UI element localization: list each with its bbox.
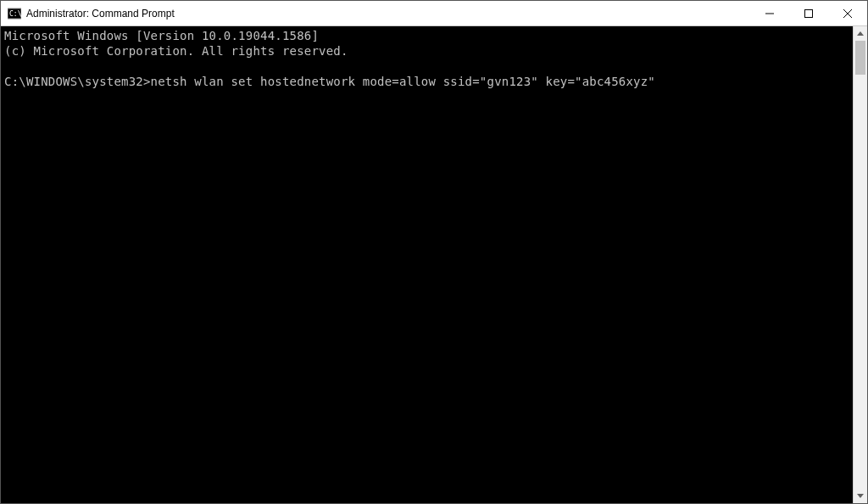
copyright-line: (c) Microsoft Corporation. All rights re…: [4, 44, 348, 58]
command-text: netsh wlan set hostednetwork mode=allow …: [151, 75, 655, 88]
cmd-icon: C:\: [8, 7, 21, 20]
close-icon: [843, 9, 852, 18]
scroll-up-button[interactable]: [854, 26, 867, 41]
window-controls: [750, 1, 867, 25]
prompt-text: C:\WINDOWS\system32>: [4, 75, 151, 88]
minimize-icon: [765, 9, 774, 18]
scrollbar-thumb[interactable]: [855, 41, 865, 75]
svg-text:C:\: C:\: [9, 10, 21, 18]
scrollbar-track[interactable]: [854, 41, 867, 489]
command-prompt-window: C:\ Administrator: Command Prompt: [0, 0, 868, 504]
console-area: Microsoft Windows [Version 10.0.19044.15…: [1, 26, 867, 503]
chevron-down-icon: [857, 494, 864, 498]
console-output[interactable]: Microsoft Windows [Version 10.0.19044.15…: [1, 26, 853, 503]
close-button[interactable]: [828, 1, 867, 25]
window-title: Administrator: Command Prompt: [26, 8, 750, 20]
minimize-button[interactable]: [750, 1, 789, 25]
svg-rect-3: [805, 9, 813, 17]
vertical-scrollbar[interactable]: [853, 26, 867, 503]
maximize-button[interactable]: [789, 1, 828, 25]
maximize-icon: [804, 9, 813, 18]
scroll-down-button[interactable]: [854, 489, 867, 503]
titlebar[interactable]: C:\ Administrator: Command Prompt: [1, 1, 867, 26]
chevron-up-icon: [857, 31, 864, 36]
version-line: Microsoft Windows [Version 10.0.19044.15…: [4, 29, 319, 42]
